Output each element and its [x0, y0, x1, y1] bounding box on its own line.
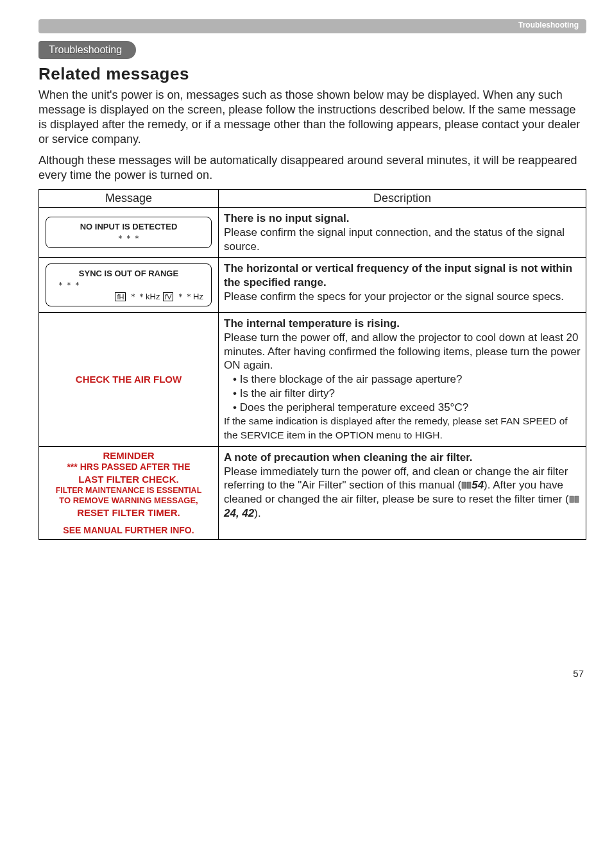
- desc-bold: The horizontal or vertical frequency of …: [224, 262, 572, 288]
- messages-table: Message Description NO INPUT IS DETECTED…: [38, 189, 586, 540]
- section-pill: Troubleshooting: [38, 41, 136, 59]
- fv-label: fV: [163, 292, 173, 301]
- desc-bold: A note of precaution when cleaning the a…: [224, 451, 473, 463]
- header-bar: Troubleshooting: [38, 19, 586, 33]
- desc-bullet: • Is the air filter dirty?: [233, 387, 581, 401]
- reminder-line: SEE MANUAL FURTHER INFO.: [40, 525, 217, 537]
- table-row: CHECK THE AIR FLOW The internal temperat…: [39, 313, 586, 447]
- col-header-message: Message: [39, 190, 219, 208]
- msg-freq-line: fH ＊＊kHz fV ＊＊Hz: [51, 291, 206, 303]
- msg-line: ＊＊＊: [51, 233, 206, 244]
- fh-value: ＊＊kHz: [129, 292, 160, 301]
- page-title: Related messages: [38, 64, 586, 84]
- book-icon: [461, 481, 472, 489]
- book-icon: [569, 496, 579, 503]
- reminder-line: LAST FILTER CHECK.: [40, 473, 217, 485]
- page-ref: 54: [472, 479, 484, 491]
- message-box-no-input: NO INPUT IS DETECTED ＊＊＊: [46, 217, 212, 248]
- intro-paragraph-2: Although these messages will be automati…: [38, 153, 586, 183]
- desc-bold: There is no input signal.: [224, 212, 350, 224]
- table-row: NO INPUT IS DETECTED ＊＊＊ There is no inp…: [39, 208, 586, 258]
- table-row: SYNC IS OUT OF RANGE ＊＊＊ fH ＊＊kHz fV ＊＊H…: [39, 258, 586, 313]
- msg-line: ＊＊＊: [51, 280, 206, 291]
- desc-bold: The internal temperature is rising.: [224, 317, 400, 330]
- desc-bullet: • Does the peripheral temperature exceed…: [233, 401, 581, 415]
- desc-text: ).: [254, 507, 260, 519]
- intro-paragraph-1: When the unit's power is on, messages su…: [38, 88, 586, 147]
- desc-bullet: • Is there blockage of the air passage a…: [233, 372, 581, 387]
- msg-line: NO INPUT IS DETECTED: [51, 221, 206, 233]
- message-check-airflow: CHECK THE AIR FLOW: [44, 373, 213, 385]
- message-box-sync-range: SYNC IS OUT OF RANGE ＊＊＊ fH ＊＊kHz fV ＊＊H…: [46, 263, 212, 306]
- desc-body: Please confirm the signal input connecti…: [224, 226, 565, 253]
- desc-body: Please confirm the specs for your projec…: [224, 290, 564, 303]
- header-section-label: Troubleshooting: [518, 21, 579, 29]
- page-number: 57: [38, 668, 586, 679]
- desc-line: If the same indication is displayed afte…: [224, 415, 568, 440]
- table-row: REMINDER *** HRS PASSED AFTER THE LAST F…: [39, 446, 586, 539]
- reminder-line: TO REMOVE WARNING MESSAGE,: [40, 496, 217, 506]
- reminder-line: FILTER MAINTENANCE IS ESSENTIAL: [40, 485, 217, 496]
- fv-value: ＊＊Hz: [176, 292, 203, 301]
- reminder-line: RESET FILTER TIMER.: [40, 506, 217, 519]
- reminder-line: *** HRS PASSED AFTER THE: [40, 462, 217, 473]
- fh-label: fH: [115, 292, 126, 301]
- msg-line: SYNC IS OUT OF RANGE: [51, 268, 206, 280]
- page-ref: 24, 42: [224, 507, 254, 519]
- reminder-line: REMINDER: [40, 449, 217, 462]
- desc-line: Please turn the power off, and allow the…: [224, 331, 581, 372]
- col-header-description: Description: [219, 190, 586, 208]
